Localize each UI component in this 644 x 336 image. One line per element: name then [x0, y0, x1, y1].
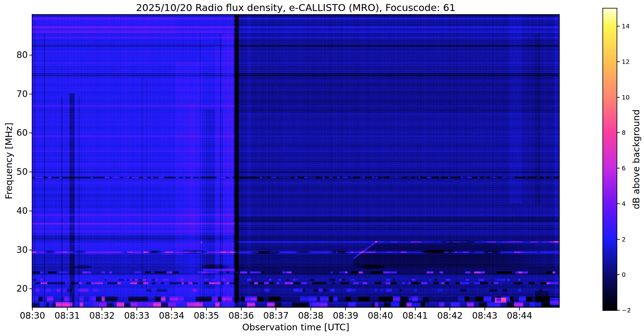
x-tick-mark: [102, 308, 102, 310]
x-tick-mark: [519, 308, 520, 310]
colorbar-tick-label: 14: [622, 22, 630, 30]
plot-area: [32, 14, 560, 308]
colorbar-tick-mark: [617, 168, 620, 168]
x-tick-label: 08:41: [396, 310, 434, 321]
colorbar-tick-mark: [617, 26, 620, 26]
x-tick-label: 08:44: [501, 310, 538, 321]
spectrogram-canvas: [32, 15, 559, 307]
x-tick-label: 08:33: [118, 310, 156, 321]
y-tick-mark: [29, 133, 32, 133]
x-tick-label: 08:31: [48, 310, 86, 321]
x-tick-mark: [67, 308, 68, 310]
colorbar-tick-label: 4: [622, 200, 626, 208]
x-tick-mark: [276, 308, 276, 310]
colorbar-tick-mark: [617, 132, 620, 133]
x-tick-mark: [241, 308, 242, 310]
y-tick-mark: [29, 172, 32, 172]
x-tick-mark: [171, 308, 172, 310]
colorbar-tick-label: 10: [622, 94, 630, 101]
colorbar-tick-mark: [617, 310, 620, 310]
x-tick-label: 08:37: [257, 310, 295, 321]
y-tick-label: 30: [6, 245, 28, 255]
x-tick-mark: [484, 308, 485, 310]
x-tick-label: 08:38: [292, 310, 330, 321]
colorbar-tick-label: −2: [622, 306, 631, 314]
colorbar-tick-mark: [617, 61, 620, 62]
y-tick-label: 60: [6, 128, 28, 138]
colorbar-label: dB above background: [631, 109, 641, 209]
colorbar-tick-label: 12: [622, 58, 630, 65]
x-tick-label: 08:32: [83, 310, 121, 321]
y-tick-mark: [29, 288, 32, 289]
colorbar-tick-mark: [617, 203, 620, 204]
colorbar-tick-mark: [617, 274, 620, 275]
x-tick-mark: [380, 308, 381, 310]
x-tick-mark: [415, 308, 416, 310]
colorbar-tick-mark: [617, 97, 620, 98]
y-tick-mark: [29, 250, 32, 250]
y-tick-label: 80: [6, 50, 28, 60]
colorbar-tick-label: 2: [622, 236, 626, 243]
x-tick-mark: [345, 308, 346, 310]
colorbar-tick-mark: [617, 239, 620, 240]
x-tick-label: 08:36: [222, 310, 260, 321]
x-tick-mark: [206, 308, 207, 310]
figure: 2025/10/20 Radio flux density, e-CALLIST…: [0, 0, 644, 336]
colorbar-gradient: [603, 9, 617, 310]
colorbar-tick-label: 6: [622, 164, 626, 172]
x-tick-mark: [137, 308, 137, 310]
y-tick-label: 70: [6, 89, 28, 99]
x-tick-label: 08:35: [188, 310, 225, 321]
x-tick-mark: [450, 308, 450, 310]
colorbar-tick-label: 0: [622, 271, 626, 278]
x-tick-label: 08:40: [361, 310, 399, 321]
y-tick-mark: [29, 94, 32, 94]
x-axis-label: Observation time [UTC]: [32, 322, 559, 333]
colorbar: [602, 8, 617, 311]
x-tick-label: 08:42: [431, 310, 469, 321]
y-tick-label: 20: [6, 284, 28, 293]
x-tick-label: 08:43: [466, 310, 504, 321]
y-tick-label: 50: [6, 167, 28, 177]
y-tick-mark: [29, 211, 32, 211]
x-tick-label: 08:30: [14, 310, 51, 321]
y-tick-label: 40: [6, 206, 28, 216]
colorbar-tick-label: 8: [622, 129, 626, 136]
chart-title: 2025/10/20 Radio flux density, e-CALLIST…: [32, 2, 559, 13]
x-tick-mark: [32, 308, 33, 310]
y-tick-mark: [29, 55, 32, 55]
x-tick-label: 08:39: [327, 310, 364, 321]
x-tick-label: 08:34: [153, 310, 190, 321]
x-tick-mark: [311, 308, 311, 310]
